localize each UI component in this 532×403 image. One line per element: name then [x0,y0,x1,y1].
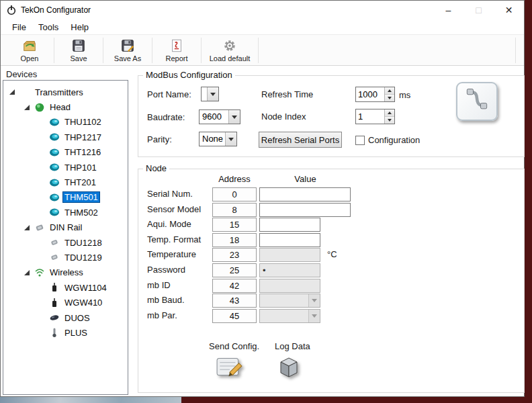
toolbar-separator [54,38,54,63]
spin-up-icon[interactable] [385,109,394,116]
tree-item-label: THP101 [62,162,99,173]
row-label: Temp. Format [147,234,201,244]
expander-icon[interactable] [24,103,34,111]
spin-up-icon[interactable] [385,87,394,94]
log-data-icon [275,353,302,383]
address-cell: 0 [212,187,257,202]
tree-item-tdu1218[interactable]: TDU1218 [3,235,128,250]
expander-icon[interactable] [24,224,34,232]
expander-icon[interactable] [24,269,34,277]
address-cell: 42 [212,279,257,293]
row-label: Serial Num. [147,189,193,199]
save-button[interactable]: Save [56,36,101,64]
port-name-dropdown[interactable] [201,87,219,101]
close-button[interactable]: ✕ [494,1,524,19]
tree-item-thp1217[interactable]: THP1217 [3,130,128,144]
value-input[interactable] [259,203,351,217]
baudrate-dropdown[interactable]: 9600 [199,109,240,124]
tree-item-wgw410[interactable]: WGW410 [3,295,128,310]
menu-file[interactable]: File [6,21,32,34]
tree-item-label: THT1216 [62,146,103,158]
head-device-icon [34,102,48,113]
tree-item-head[interactable]: Head [3,99,128,114]
table-row-temp-format: Temp. Format 18 [138,233,525,247]
tree-item-thm502[interactable]: THM502 [3,205,128,220]
tree-item-wgw1104[interactable]: WGW1104 [3,280,128,295]
maximize-button[interactable]: □ [463,1,494,19]
value-input[interactable] [259,233,320,247]
minimize-button[interactable]: – [433,1,463,19]
row-label: Password [147,265,185,275]
spin-down-icon[interactable] [385,94,394,101]
refresh-serial-ports-button[interactable]: Refresh Serial Ports [259,132,342,148]
tree-item-duos[interactable]: DUOS [3,310,128,325]
duos-device-icon [49,312,62,323]
address-cell: 45 [212,309,257,323]
row-label: Aqui. Mode [147,219,191,229]
window-controls: – □ ✕ [433,1,524,19]
spacer [38,133,49,141]
tree-item-wireless[interactable]: Wireless [3,265,128,280]
spacer [38,193,49,202]
tree-item-tht201[interactable]: THT201 [3,175,128,189]
report-button[interactable]: Report [154,36,199,64]
node-index-spinner[interactable] [355,109,395,124]
tree-item-label: THP1217 [62,132,103,143]
load-default-button[interactable]: Load default [204,36,256,64]
menu-tools[interactable]: Tools [32,21,64,34]
menu-bar: File Tools Help [1,19,524,34]
save-label: Save [70,54,87,62]
sensor-icon [49,207,62,218]
title-bar[interactable]: TekOn Configurator – □ ✕ [1,1,524,19]
password-input [259,263,320,277]
mb-par-dropdown-disabled [259,309,320,323]
spacer [38,238,49,247]
sensor-icon [49,147,62,158]
open-button[interactable]: Open [7,36,52,64]
node-index-input[interactable] [356,109,384,124]
send-config-button[interactable] [214,354,245,382]
tree-item-thm501-selected[interactable]: THM501 [3,190,128,205]
tree-item-plus[interactable]: PLUS [3,325,128,340]
sensor-icon [49,132,62,142]
tree-item-din-rail[interactable]: DIN Rail [3,220,128,235]
log-data-button[interactable] [273,354,304,382]
value-input[interactable] [259,187,351,202]
send-config-label: Send Config. [209,341,259,351]
report-label: Report [165,54,187,62]
din-rail-icon [34,222,48,233]
address-cell: 25 [212,263,257,277]
configuration-checkbox-label: Configuration [368,135,420,145]
spacer [38,314,49,322]
tree-item-label: TDU1219 [62,252,104,263]
table-row-serial-num: Serial Num. 0 [138,187,525,202]
spin-down-icon[interactable] [385,116,394,124]
tree-item-tdu1219[interactable]: TDU1219 [3,250,128,265]
spacer [38,299,49,307]
tree-item-label: PLUS [62,327,89,339]
save-as-button[interactable]: Save As [105,36,150,64]
toolbar-separator [258,38,259,63]
pdf-report-icon [169,38,184,53]
tree-item-transmitters[interactable]: Transmitters [3,85,128,99]
refresh-time-input[interactable] [356,87,384,101]
expander-icon[interactable] [9,88,19,96]
tree-item-label: WGW1104 [62,282,109,294]
refresh-time-spinner[interactable] [355,87,395,102]
sensor-icon [49,117,62,128]
table-row-temperature: Temperature 23 °C [138,248,525,262]
tree-item-tht1216[interactable]: THT1216 [3,145,128,160]
connect-button[interactable] [456,82,498,121]
value-input[interactable] [259,218,320,232]
configuration-checkbox[interactable] [355,136,365,145]
menu-help[interactable]: Help [64,21,95,34]
row-label: mb Baud. [147,295,185,305]
tree-item-thp101[interactable]: THP101 [3,160,128,175]
din-sensor-icon [49,252,62,263]
wifi-icon [34,267,48,278]
chevron-down-icon [308,294,320,307]
tree-item-thu1102[interactable]: THU1102 [3,115,128,130]
device-tree: Transmitters Head THU1102 THP1217 THT121… [3,80,128,395]
parity-dropdown[interactable]: None [199,132,237,146]
thermometer-icon [49,327,62,338]
